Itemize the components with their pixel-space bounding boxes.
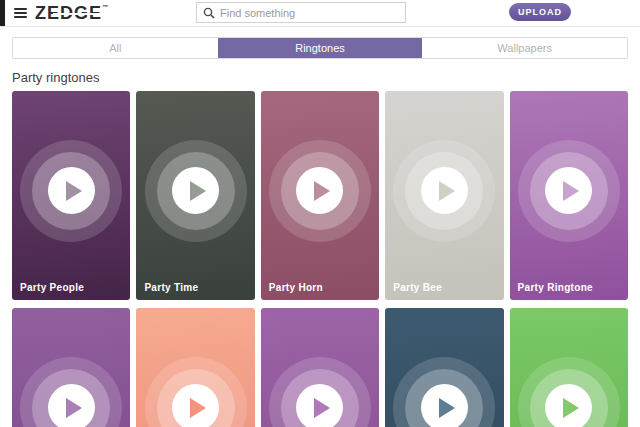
play-button[interactable] (421, 167, 468, 214)
ringtone-grid: Party People Party Time Party Horn Party… (12, 91, 628, 427)
search-box[interactable] (196, 2, 406, 23)
ringtone-title: Party Time (144, 282, 198, 293)
play-button[interactable] (421, 384, 468, 427)
trademark-symbol: ™ (102, 4, 109, 10)
play-icon (439, 181, 455, 201)
screen-edge-artifact (0, 0, 5, 26)
tab-ringtones[interactable]: Ringtones (218, 38, 423, 58)
ringtone-card[interactable] (385, 308, 503, 427)
ringtone-title: Party Ringtone (518, 282, 593, 293)
play-icon (563, 398, 579, 418)
search-icon (203, 7, 215, 19)
play-icon (190, 181, 206, 201)
play-button[interactable] (545, 167, 592, 214)
zedge-logo[interactable]: ZEDGE™ (35, 3, 109, 24)
play-icon (66, 181, 82, 201)
ringtone-title: Party Bee (393, 282, 442, 293)
ringtone-card[interactable] (12, 308, 130, 427)
upload-button[interactable]: UPLOAD (509, 3, 571, 21)
ringtone-title: Party Horn (269, 282, 323, 293)
section-title: Party ringtones (12, 70, 628, 85)
ringtone-card[interactable] (510, 308, 628, 427)
play-button[interactable] (48, 384, 95, 427)
ringtone-card-party-horn[interactable]: Party Horn (261, 91, 379, 300)
zedge-logo-text: ZEDGE (35, 3, 102, 24)
top-header: ZEDGE™ UPLOAD (0, 0, 640, 27)
search-input[interactable] (220, 7, 399, 19)
play-icon (190, 398, 206, 418)
play-button[interactable] (172, 167, 219, 214)
ringtone-card-party-people[interactable]: Party People (12, 91, 130, 300)
play-icon (314, 398, 330, 418)
ringtone-title: Party People (20, 282, 84, 293)
tab-all[interactable]: All (13, 38, 218, 58)
ringtone-card-party-ringtone[interactable]: Party Ringtone (510, 91, 628, 300)
tab-wallpapers[interactable]: Wallpapers (422, 38, 627, 58)
play-icon (314, 181, 330, 201)
play-button[interactable] (48, 167, 95, 214)
play-button[interactable] (296, 384, 343, 427)
ringtone-card[interactable] (136, 308, 254, 427)
hamburger-menu-icon[interactable] (14, 8, 27, 19)
ringtone-card-party-time[interactable]: Party Time (136, 91, 254, 300)
play-icon (439, 398, 455, 418)
ringtone-card-party-bee[interactable]: Party Bee (385, 91, 503, 300)
play-button[interactable] (545, 384, 592, 427)
ringtone-card[interactable] (261, 308, 379, 427)
play-icon (563, 181, 579, 201)
play-button[interactable] (172, 384, 219, 427)
category-tabbar: All Ringtones Wallpapers (12, 37, 628, 59)
play-icon (66, 398, 82, 418)
